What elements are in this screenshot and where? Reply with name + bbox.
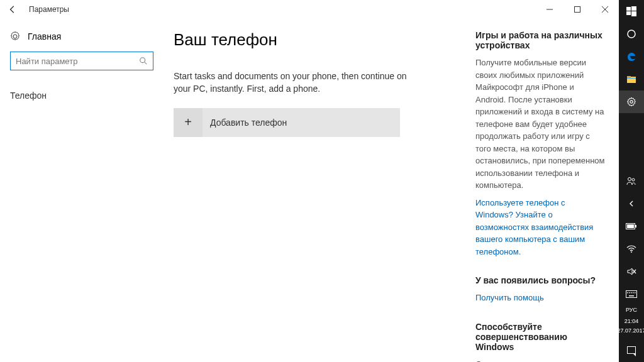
svg-rect-6 <box>626 7 631 11</box>
section-cross-device: Игры и работа на различных устройствах П… <box>475 30 605 258</box>
minimize-icon <box>547 6 553 13</box>
windows-phone-link[interactable]: Используете телефон с Windows? Узнайте о… <box>475 197 605 258</box>
svg-rect-18 <box>635 225 636 228</box>
window-title: Параметры <box>29 5 69 14</box>
windows-logo-icon <box>626 6 636 16</box>
svg-point-10 <box>628 30 635 38</box>
svg-point-15 <box>628 177 631 180</box>
svg-point-4 <box>140 58 145 63</box>
svg-rect-28 <box>633 292 634 293</box>
svg-point-14 <box>630 101 633 103</box>
svg-rect-27 <box>631 292 632 293</box>
language-indicator[interactable]: РУС <box>626 305 637 315</box>
section-feedback: Способствуйте совершенствованию Windows … <box>475 322 605 363</box>
action-center-button[interactable] <box>619 339 644 362</box>
svg-point-16 <box>632 178 635 181</box>
wifi-button[interactable] <box>619 238 644 260</box>
search-box[interactable] <box>10 52 153 70</box>
get-help-link[interactable]: Получить помощь <box>475 292 605 304</box>
plus-icon: + <box>174 108 203 137</box>
volume-mute-icon <box>626 266 636 277</box>
svg-point-20 <box>631 251 632 253</box>
svg-rect-24 <box>629 295 634 297</box>
close-icon <box>602 6 608 13</box>
right-column: Игры и работа на различных устройствах П… <box>463 30 609 362</box>
feedback-link[interactable]: Оставить отзыв <box>475 358 605 363</box>
battery-button[interactable] <box>619 215 644 238</box>
taskbar: РУС 21:04 27.07.2017 <box>619 0 644 362</box>
svg-rect-29 <box>635 292 636 293</box>
gear-icon <box>10 31 20 41</box>
people-button[interactable] <box>619 170 644 192</box>
date-text: 27.07.2017 <box>617 326 644 336</box>
cross-device-text: Получите мобильные версии своих любимых … <box>475 57 605 192</box>
volume-button[interactable] <box>619 260 644 283</box>
cortana-icon <box>626 29 636 39</box>
svg-rect-25 <box>627 292 628 293</box>
explorer-button[interactable] <box>619 68 644 90</box>
svg-rect-12 <box>627 76 631 78</box>
search-icon <box>139 57 148 65</box>
notification-icon <box>627 346 636 354</box>
questions-heading: У вас появились вопросы? <box>475 275 605 285</box>
minimize-button[interactable] <box>536 0 564 19</box>
svg-rect-13 <box>627 78 636 79</box>
clock[interactable]: 21:04 27.07.2017 <box>617 314 644 339</box>
home-label: Главная <box>28 31 61 41</box>
cortana-button[interactable] <box>619 23 644 45</box>
maximize-icon <box>574 6 580 13</box>
svg-rect-7 <box>631 6 636 11</box>
arrow-left-icon <box>8 5 17 14</box>
folder-icon <box>626 74 636 84</box>
edge-button[interactable] <box>619 45 644 68</box>
svg-rect-1 <box>575 7 580 13</box>
svg-rect-9 <box>631 11 636 16</box>
maximize-button[interactable] <box>564 0 591 19</box>
sidebar: Главная Телефон <box>0 30 164 362</box>
center-column: Ваш телефон Start tasks and documents on… <box>174 30 463 362</box>
gear-icon <box>626 97 636 107</box>
section-questions: У вас появились вопросы? Получить помощь <box>475 275 605 304</box>
lead-text: Start tasks and documents on your phone,… <box>174 70 413 96</box>
content: Ваш телефон Start tasks and documents on… <box>164 30 619 362</box>
settings-window: Параметры Гла <box>0 0 619 362</box>
home-link[interactable]: Главная <box>10 30 153 43</box>
start-button[interactable] <box>619 0 644 23</box>
keyboard-button[interactable] <box>619 283 644 305</box>
add-phone-label: Добавить телефон <box>210 118 287 128</box>
feedback-heading: Способствуйте совершенствованию Windows <box>475 322 605 352</box>
svg-line-5 <box>145 62 147 65</box>
people-icon <box>626 176 636 186</box>
cross-device-heading: Игры и работа на различных устройствах <box>475 30 605 50</box>
svg-rect-23 <box>626 290 637 297</box>
add-phone-button[interactable]: + Добавить телефон <box>174 108 400 137</box>
window-controls <box>536 0 619 19</box>
chevron-left-icon <box>628 200 635 207</box>
tray-expand-button[interactable] <box>619 192 644 215</box>
keyboard-icon <box>626 290 637 298</box>
battery-icon <box>626 223 637 229</box>
page-title: Ваш телефон <box>174 30 463 50</box>
search-input[interactable] <box>16 57 139 66</box>
close-button[interactable] <box>591 0 619 19</box>
title-bar: Параметры <box>0 0 619 19</box>
back-button[interactable] <box>0 0 25 19</box>
svg-rect-19 <box>627 224 634 228</box>
svg-rect-8 <box>626 11 631 15</box>
settings-taskbar-button[interactable] <box>619 90 644 113</box>
edge-icon <box>626 52 636 62</box>
wifi-icon <box>626 244 636 254</box>
time-text: 21:04 <box>617 317 644 326</box>
sidebar-item-phone[interactable]: Телефон <box>10 85 153 106</box>
svg-rect-26 <box>629 292 630 293</box>
body-area: Главная Телефон Ваш телефон Start tasks … <box>0 19 619 362</box>
